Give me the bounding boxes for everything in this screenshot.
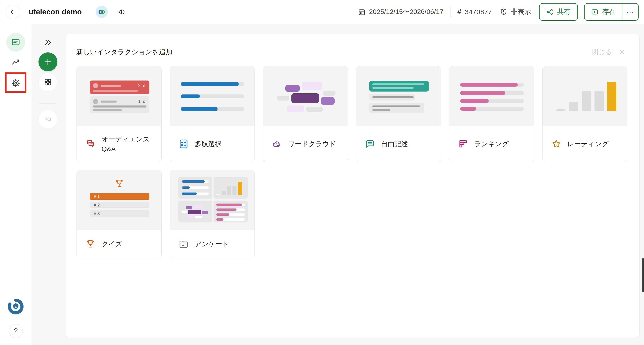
- thumb-up-icon: [142, 99, 146, 103]
- quiz-rank-1: # 1: [90, 193, 150, 200]
- card-label-text: ワードクラウド: [288, 139, 336, 149]
- survey-folder-icon: [178, 239, 189, 249]
- chat-bubbles-icon: [44, 115, 52, 124]
- rating-thumbnail: [542, 66, 627, 126]
- double-chevron-right-icon: [44, 38, 52, 47]
- share-button[interactable]: 共有: [539, 3, 578, 21]
- page-scrollbar-thumb[interactable]: [642, 258, 644, 292]
- question-mark-icon: ?: [14, 327, 18, 335]
- quiz-rank-3: # 3: [90, 210, 150, 217]
- trophy-icon: [114, 178, 124, 189]
- collapse-rail-button[interactable]: [44, 38, 52, 48]
- card-word-cloud[interactable]: ワードクラウド: [263, 66, 348, 162]
- workspace: 新しいインタラクションを追加 閉じる ✕ 2 1: [32, 24, 644, 345]
- event-code: 3470877: [465, 8, 492, 16]
- card-label-text: ランキング: [474, 139, 509, 149]
- tool-rail: [32, 24, 64, 345]
- meta-divider: [450, 7, 450, 17]
- session-meta: 2025/12/15〜2026/06/17 # 3470877 非表示: [358, 7, 531, 17]
- grid-icon: [44, 78, 52, 86]
- date-range: 2025/12/15〜2026/06/17: [369, 7, 443, 16]
- calendar-icon: [358, 8, 366, 16]
- trend-icon: [11, 57, 20, 67]
- thumb-up-icon: [142, 84, 146, 88]
- interactions-banner-icon: [11, 37, 20, 47]
- quiz-rank-2: # 2: [90, 202, 150, 208]
- card-multiple-choice[interactable]: 多肢選択: [170, 66, 255, 162]
- sidebar-item-interactions[interactable]: [6, 33, 25, 52]
- card-label-text: レーティング: [567, 139, 609, 149]
- rail-divider: [40, 134, 56, 134]
- card-label-text: 多肢選択: [195, 139, 222, 149]
- card-ranking[interactable]: ランキング: [449, 66, 534, 162]
- plus-icon: [44, 57, 52, 66]
- quiz-thumbnail: # 1 # 2 # 3: [77, 170, 161, 230]
- card-label-text: 自由記述: [381, 139, 408, 149]
- speaker-icon: [118, 8, 126, 16]
- announcement-button[interactable]: [118, 8, 126, 16]
- card-label-text: クイズ: [102, 239, 122, 249]
- templates-button[interactable]: [38, 73, 58, 91]
- add-interaction-panel: 新しいインタラクションを追加 閉じる ✕ 2 1: [65, 34, 640, 338]
- star-icon: [551, 139, 562, 149]
- present-play-icon: [591, 8, 598, 16]
- webex-logo[interactable]: [96, 6, 108, 18]
- card-quiz[interactable]: # 1 # 2 # 3 クイズ: [76, 170, 162, 258]
- present-button[interactable]: 存在: [584, 3, 622, 20]
- panel-heading: 新しいインタラクションを追加: [76, 47, 172, 57]
- shield-alert-icon: [500, 8, 508, 16]
- present-label: 存在: [602, 7, 616, 16]
- card-label-text: アンケート: [195, 239, 229, 249]
- card-audience-qa[interactable]: 2 1 オーディエンス Q&A: [76, 66, 162, 162]
- trophy-icon: [85, 239, 96, 249]
- share-label: 共有: [557, 7, 571, 16]
- left-sidebar: ?: [0, 24, 32, 345]
- rail-divider: [40, 103, 56, 104]
- chat-button-disabled[interactable]: [38, 110, 58, 129]
- more-options-button[interactable]: ⋯: [622, 3, 638, 20]
- panel-close[interactable]: 閉じる ✕: [592, 47, 625, 57]
- card-open-text[interactable]: 自由記述: [356, 66, 441, 162]
- survey-thumbnail: [170, 170, 254, 230]
- present-split-button: 存在 ⋯: [584, 3, 638, 21]
- open-text-thumbnail: [356, 66, 441, 126]
- poll-checklist-icon: [178, 139, 189, 149]
- lightbulb-swirl-icon: [7, 298, 25, 316]
- ideas-logo: [7, 298, 25, 316]
- hidden-label: 非表示: [511, 7, 531, 16]
- wordcloud-thumbnail: [263, 66, 348, 126]
- close-icon: ✕: [619, 48, 625, 56]
- poll-thumbnail: [170, 66, 254, 126]
- hash-icon: #: [457, 8, 461, 16]
- annotation-highlight-box: [5, 72, 26, 93]
- ranking-thumbnail: [449, 66, 534, 126]
- back-arrow-icon: [10, 8, 16, 15]
- word-cloud-icon: [272, 139, 282, 149]
- close-label: 閉じる: [592, 47, 612, 57]
- add-interaction-button[interactable]: [38, 52, 58, 71]
- share-icon: [546, 8, 554, 15]
- card-survey[interactable]: アンケート: [170, 170, 255, 258]
- ranking-steps-icon: [458, 139, 468, 149]
- help-button[interactable]: ?: [9, 324, 23, 338]
- back-button[interactable]: [6, 5, 20, 19]
- webex-rings-icon: [98, 8, 106, 16]
- open-text-bubble-icon: [365, 139, 375, 149]
- sidebar-item-analytics[interactable]: [11, 57, 20, 68]
- card-rating[interactable]: レーティング: [542, 66, 627, 162]
- qa-thumbnail: 2 1: [77, 66, 161, 126]
- hidden-status[interactable]: 非表示: [500, 7, 531, 16]
- qa-bubbles-icon: [85, 139, 96, 149]
- card-label-text: オーディエンス Q&A: [102, 134, 156, 154]
- page-title: utelecon demo: [29, 8, 82, 16]
- top-bar: utelecon demo 2025/12/15〜2026/06/17 # 34…: [0, 0, 644, 24]
